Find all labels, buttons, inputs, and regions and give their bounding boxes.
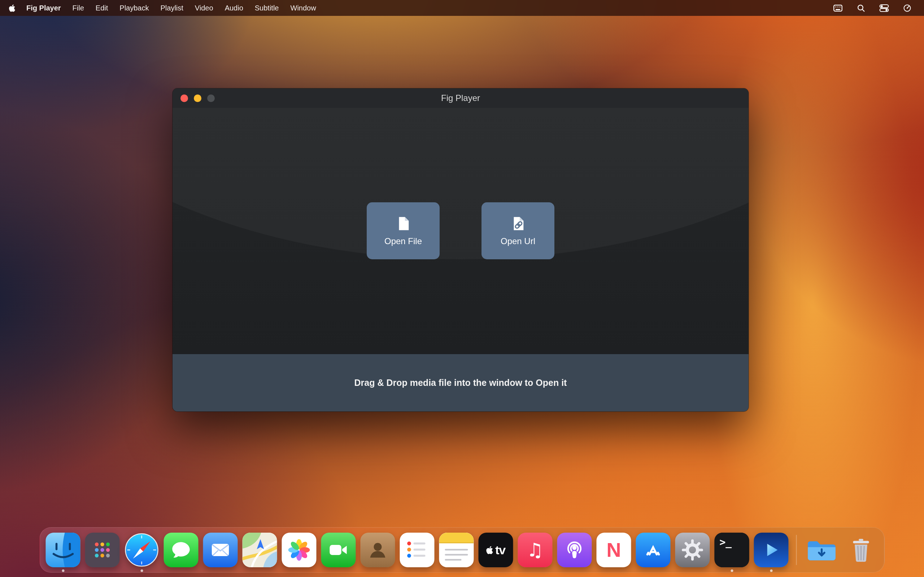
- terminal-prompt-icon: >_: [720, 536, 732, 548]
- drop-hint-bar: Drag & Drop media file into the window t…: [173, 354, 749, 411]
- document-link-icon: [510, 215, 526, 232]
- apple-menu[interactable]: [7, 4, 21, 12]
- fig-player-window: Fig Player Open File Open Url Dr: [173, 89, 749, 411]
- dock-item-news[interactable]: N: [597, 533, 631, 567]
- maps-icon: [242, 533, 277, 567]
- dock-item-appstore[interactable]: [636, 533, 670, 567]
- window-titlebar[interactable]: Fig Player: [173, 89, 749, 108]
- dock-item-messages[interactable]: [164, 533, 199, 567]
- input-source-icon[interactable]: [833, 3, 843, 13]
- dock-item-terminal[interactable]: >_: [715, 533, 749, 567]
- dock-item-settings[interactable]: [675, 533, 710, 567]
- launchpad-icon: [91, 539, 114, 561]
- open-url-button[interactable]: Open Url: [481, 202, 554, 259]
- play-icon: [762, 540, 781, 560]
- dock: tv ♫ N >_: [40, 527, 885, 573]
- dock-item-safari[interactable]: [124, 533, 159, 567]
- desktop: Fig Player File Edit Playback Playlist V…: [0, 0, 924, 577]
- dock-item-tv[interactable]: tv: [478, 533, 513, 567]
- open-buttons-row: Open File Open Url: [173, 202, 749, 259]
- menu-audio[interactable]: Audio: [219, 0, 249, 16]
- dock-item-reminders[interactable]: [400, 533, 435, 567]
- app-store-icon: [643, 539, 664, 561]
- menu-playback[interactable]: Playback: [114, 0, 155, 16]
- contacts-icon: [367, 539, 389, 561]
- close-button[interactable]: [181, 95, 188, 102]
- photos-icon: [287, 538, 311, 562]
- menu-playlist[interactable]: Playlist: [155, 0, 189, 16]
- gear-icon: [682, 539, 704, 561]
- dock-item-music[interactable]: ♫: [518, 533, 552, 567]
- control-center-icon[interactable]: [879, 3, 889, 13]
- dock-item-trash[interactable]: [844, 533, 879, 567]
- music-note-icon: ♫: [527, 541, 544, 559]
- downloads-folder-icon: [805, 533, 838, 567]
- menu-bar: Fig Player File Edit Playback Playlist V…: [0, 0, 924, 16]
- menu-window[interactable]: Window: [285, 0, 322, 16]
- trash-icon: [848, 536, 875, 564]
- dock-item-contacts[interactable]: [360, 533, 395, 567]
- podcasts-icon: [564, 539, 585, 561]
- safari-icon: [124, 533, 159, 567]
- dock-item-finder[interactable]: [46, 533, 81, 567]
- apple-logo-icon: [9, 4, 16, 12]
- menu-video[interactable]: Video: [189, 0, 219, 16]
- spotlight-icon[interactable]: [856, 3, 866, 13]
- document-icon: [395, 215, 412, 232]
- minimize-button[interactable]: [194, 95, 201, 102]
- drop-zone[interactable]: Open File Open Url: [173, 108, 749, 354]
- open-file-label: Open File: [384, 236, 422, 246]
- gauge-icon[interactable]: [903, 3, 912, 13]
- open-url-label: Open Url: [501, 236, 535, 246]
- dock-item-fig-player[interactable]: [754, 533, 789, 567]
- drop-hint-text: Drag & Drop media file into the window t…: [354, 377, 567, 388]
- open-file-button[interactable]: Open File: [367, 202, 439, 259]
- menu-edit[interactable]: Edit: [90, 0, 114, 16]
- dock-item-podcasts[interactable]: [557, 533, 592, 567]
- dock-item-maps[interactable]: [242, 533, 277, 567]
- svg-text:N: N: [606, 538, 621, 561]
- menu-bar-status-area: [833, 3, 917, 13]
- tv-glyph: tv: [495, 543, 505, 557]
- zoom-button-disabled: [207, 95, 215, 102]
- dock-item-notes[interactable]: [439, 533, 474, 567]
- dock-item-launchpad[interactable]: [85, 533, 120, 567]
- window-title: Fig Player: [173, 93, 749, 103]
- news-icon: N: [597, 533, 631, 567]
- mail-icon: [210, 540, 231, 561]
- reminders-icon: [406, 538, 429, 561]
- dock-separator: [796, 535, 797, 565]
- finder-icon: [46, 533, 81, 567]
- app-menu-title[interactable]: Fig Player: [21, 0, 67, 16]
- dock-item-downloads[interactable]: [804, 533, 839, 567]
- messages-icon: [171, 540, 192, 561]
- dock-item-facetime[interactable]: [321, 533, 356, 567]
- menu-subtitle[interactable]: Subtitle: [249, 0, 285, 16]
- traffic-lights: [173, 95, 215, 102]
- notes-icon: [439, 533, 474, 567]
- facetime-icon: [328, 540, 349, 561]
- apple-tv-logo-icon: [486, 546, 493, 554]
- dock-item-mail[interactable]: [203, 533, 238, 567]
- menu-file[interactable]: File: [67, 0, 90, 16]
- dock-item-photos[interactable]: [282, 533, 317, 567]
